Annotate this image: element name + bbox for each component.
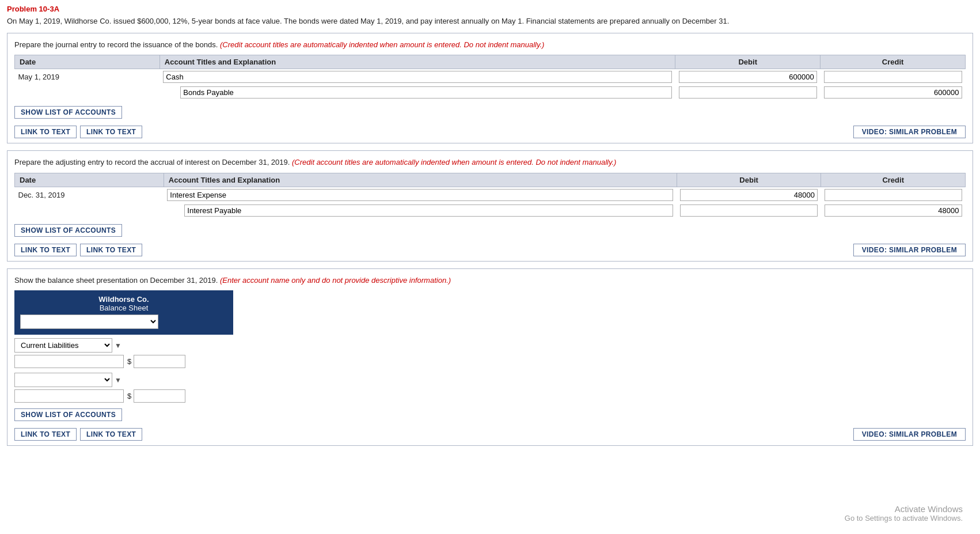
row3-credit-cell xyxy=(821,187,966,203)
row2-credit-cell xyxy=(821,85,966,100)
section1-instruction-red: (Credit account titles are automatically… xyxy=(220,40,544,49)
balance-sheet-header: Wildhorse Co. Balance Sheet December 31,… xyxy=(14,290,233,335)
section2-link1-button[interactable]: LINK TO TEXT xyxy=(14,244,77,256)
section2-link2-button[interactable]: LINK TO TEXT xyxy=(80,244,142,256)
row4-acct-cell xyxy=(164,203,677,218)
table-row xyxy=(15,85,966,100)
row3-account-input[interactable] xyxy=(167,189,673,201)
section3-link-group: LINK TO TEXT LINK TO TEXT xyxy=(14,428,142,441)
section-2: Prepare the adjusting entry to record th… xyxy=(7,150,973,262)
page-wrapper: Problem 10-3A On May 1, 2019, Wildhorse … xyxy=(0,0,980,457)
problem-title: Problem 10-3A xyxy=(7,5,973,13)
section1-link2-button[interactable]: LINK TO TEXT xyxy=(80,126,142,138)
bs-section2-row: ▼ xyxy=(14,373,966,387)
bs-entry2-input[interactable] xyxy=(14,389,124,403)
col-credit-1: Credit xyxy=(821,55,966,69)
row1-credit-cell xyxy=(821,69,966,85)
row2-debit-cell xyxy=(675,85,821,100)
bs-entry1-row: $ xyxy=(14,355,966,368)
col-debit-1: Debit xyxy=(675,55,821,69)
bs-date-row: December 31, 2019 xyxy=(20,312,227,331)
row3-debit-cell xyxy=(677,187,821,203)
section2-instruction: Prepare the adjusting entry to record th… xyxy=(14,157,966,168)
bs-date-select[interactable]: December 31, 2019 xyxy=(20,315,158,329)
row4-credit-cell xyxy=(821,203,966,218)
section2-table: Date Account Titles and Explanation Debi… xyxy=(14,173,966,218)
section1-link-group: LINK TO TEXT LINK TO TEXT xyxy=(14,126,142,138)
section1-link1-button[interactable]: LINK TO TEXT xyxy=(14,126,77,138)
bs-dollar1: $ xyxy=(127,357,131,366)
show-list-button-3[interactable]: SHOW LIST OF ACCOUNTS xyxy=(14,408,122,421)
col-credit-2: Credit xyxy=(821,173,966,187)
row1-account-input[interactable] xyxy=(163,71,671,83)
row3-debit-input[interactable] xyxy=(680,189,818,201)
row1-credit-input[interactable] xyxy=(824,71,962,83)
section3-bottom-links: LINK TO TEXT LINK TO TEXT VIDEO: SIMILAR… xyxy=(14,428,966,441)
row4-account-input[interactable] xyxy=(184,204,673,217)
section2-instruction-plain: Prepare the adjusting entry to record th… xyxy=(14,158,290,166)
col-acct-2: Account Titles and Explanation xyxy=(164,173,677,187)
section3-instruction: Show the balance sheet presentation on D… xyxy=(14,275,966,286)
bs-section1-dropdown-icon: ▼ xyxy=(115,342,121,350)
section3-instruction-red: (Enter account name only and do not prov… xyxy=(220,276,451,285)
section-3: Show the balance sheet presentation on D… xyxy=(7,268,973,446)
section2-instruction-red: (Credit account titles are automatically… xyxy=(292,158,616,166)
section1-table: Date Account Titles and Explanation Debi… xyxy=(14,55,966,100)
section2-link-group: LINK TO TEXT LINK TO TEXT xyxy=(14,244,142,256)
bs-amount2-input[interactable] xyxy=(134,389,185,403)
table-row: May 1, 2019 xyxy=(15,69,966,85)
row1-debit-input[interactable] xyxy=(679,71,817,83)
col-debit-2: Debit xyxy=(677,173,821,187)
row4-debit-input[interactable] xyxy=(680,204,818,217)
table-row xyxy=(15,203,966,218)
problem-description: On May 1, 2019, Wildhorse Co. issued $60… xyxy=(7,16,973,27)
section3-video-button[interactable]: VIDEO: SIMILAR PROBLEM xyxy=(853,428,966,441)
bs-entry1-input[interactable] xyxy=(14,355,124,368)
row1-date: May 1, 2019 xyxy=(15,69,160,85)
bs-section1-row: Current Liabilities ▼ xyxy=(14,338,966,353)
bs-entry2-row: $ xyxy=(14,389,966,403)
col-acct-1: Account Titles and Explanation xyxy=(159,55,675,69)
section-1: Prepare the journal entry to record the … xyxy=(7,33,973,144)
row3-acct-cell xyxy=(164,187,677,203)
col-date-1: Date xyxy=(15,55,160,69)
section2-bottom-links: LINK TO TEXT LINK TO TEXT VIDEO: SIMILAR… xyxy=(14,244,966,256)
bs-dollar2: $ xyxy=(127,392,131,400)
company-name: Wildhorse Co. xyxy=(20,295,227,304)
bs-section2-dropdown-icon: ▼ xyxy=(115,376,121,384)
table-row: Dec. 31, 2019 xyxy=(15,187,966,203)
row3-date: Dec. 31, 2019 xyxy=(15,187,164,203)
row4-debit-cell xyxy=(677,203,821,218)
section1-video-button[interactable]: VIDEO: SIMILAR PROBLEM xyxy=(853,126,966,138)
row1-acct-cell xyxy=(159,69,675,85)
row4-date xyxy=(15,203,164,218)
bs-section2-select[interactable] xyxy=(14,373,112,387)
row1-debit-cell xyxy=(675,69,821,85)
section3-link1-button[interactable]: LINK TO TEXT xyxy=(14,428,77,441)
row3-credit-input[interactable] xyxy=(825,189,962,201)
section3-link2-button[interactable]: LINK TO TEXT xyxy=(80,428,142,441)
row2-credit-input[interactable] xyxy=(824,86,962,99)
row2-debit-input[interactable] xyxy=(679,86,817,99)
row2-acct-cell xyxy=(159,85,675,100)
col-date-2: Date xyxy=(15,173,164,187)
row2-date xyxy=(15,85,160,100)
row2-account-input[interactable] xyxy=(180,86,671,99)
section1-instruction-plain: Prepare the journal entry to record the … xyxy=(14,40,218,49)
row4-credit-input[interactable] xyxy=(825,204,962,217)
section1-instruction: Prepare the journal entry to record the … xyxy=(14,39,966,51)
bs-section1-select[interactable]: Current Liabilities xyxy=(14,338,112,353)
section2-video-button[interactable]: VIDEO: SIMILAR PROBLEM xyxy=(853,244,966,256)
sheet-title: Balance Sheet xyxy=(20,304,227,312)
section1-bottom-links: LINK TO TEXT LINK TO TEXT VIDEO: SIMILAR… xyxy=(14,126,966,138)
show-list-button-2[interactable]: SHOW LIST OF ACCOUNTS xyxy=(14,224,122,237)
show-list-button-1[interactable]: SHOW LIST OF ACCOUNTS xyxy=(14,106,122,119)
section3-instruction-plain: Show the balance sheet presentation on D… xyxy=(14,276,218,285)
bs-amount1-input[interactable] xyxy=(134,355,185,368)
